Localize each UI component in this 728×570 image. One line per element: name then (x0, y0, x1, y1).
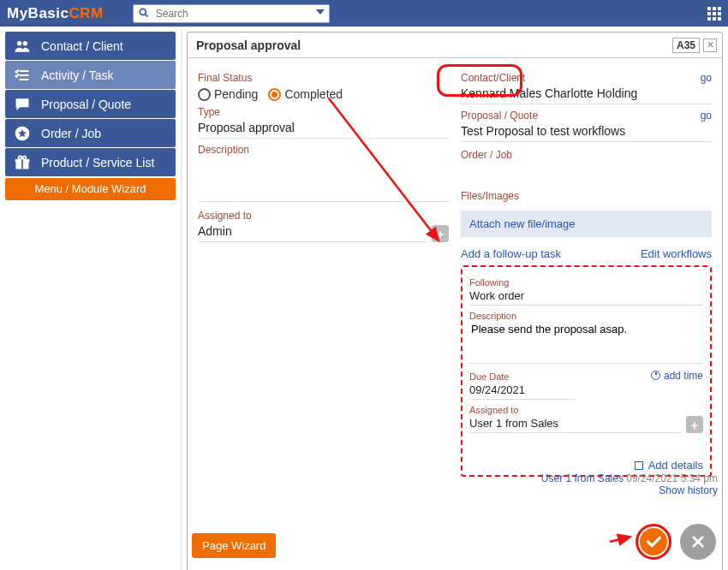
card-code: A35 (672, 38, 700, 53)
sidebar: Contact / Client Activity / Task Proposa… (0, 27, 182, 570)
add-details-link[interactable]: Add details (469, 459, 703, 472)
add-time-link[interactable]: add time (651, 370, 703, 382)
sidebar-item-label: Order / Job (41, 127, 101, 140)
left-column: Final Status Pending Completed Type Prop… (198, 67, 449, 570)
following-label: Following (469, 277, 703, 288)
add-assignee-button[interactable]: + (432, 225, 449, 242)
add-time-text: add time (664, 370, 703, 382)
apps-grid-icon[interactable] (707, 7, 721, 21)
add-details-text: Add details (648, 459, 703, 472)
sidebar-item-proposal[interactable]: Proposal / Quote (5, 90, 176, 118)
people-icon (14, 38, 31, 55)
logo-text-a: MyBasic (7, 5, 69, 21)
followup-desc-textarea[interactable] (469, 321, 703, 364)
followup-assigned-value[interactable]: User 1 from Sales (469, 415, 681, 433)
star-circle-icon (14, 125, 31, 142)
sidebar-item-label: Activity / Task (41, 68, 114, 82)
assigned-label: Assigned to (198, 210, 449, 222)
action-buttons (636, 524, 716, 560)
following-value[interactable]: Work order (469, 288, 703, 306)
close-icon[interactable]: ✕ (703, 39, 717, 52)
svg-point-3 (23, 41, 27, 45)
check-icon (644, 532, 663, 551)
card-title: Proposal approval (196, 39, 301, 52)
add-followup-link[interactable]: Add a follow-up task (461, 247, 561, 260)
go-proposal-link[interactable]: go (701, 110, 712, 122)
description-textarea[interactable] (198, 156, 449, 202)
files-label: Files/Images (461, 190, 712, 202)
search-input[interactable] (133, 4, 330, 23)
attach-file-button[interactable]: Attach new file/image (461, 211, 712, 237)
svg-point-12 (23, 156, 27, 159)
svg-line-1 (145, 14, 147, 16)
radio-label: Completed (284, 87, 343, 101)
due-value[interactable]: 09/24/2021 (469, 382, 575, 400)
svg-point-2 (17, 41, 21, 45)
close-icon (690, 534, 706, 549)
search-wrapper (133, 4, 330, 23)
svg-point-11 (19, 156, 22, 159)
clock-icon (651, 371, 660, 380)
logo: MyBasicCRM (7, 5, 104, 22)
followup-assigned-label: Assigned to (469, 405, 703, 415)
card-code-wrap: A35 ✕ (672, 38, 717, 53)
type-value[interactable]: Proposal approval (198, 118, 449, 139)
proposal-label: Proposal / Quote (461, 110, 538, 122)
assigned-value[interactable]: Admin (198, 222, 427, 242)
main: Proposal approval A35 ✕ Final Status Pen… (182, 27, 728, 570)
topbar: MyBasicCRM (0, 0, 728, 27)
radio-label: Pending (214, 87, 258, 101)
task-card: Proposal approval A35 ✕ Final Status Pen… (187, 32, 723, 570)
type-label: Type (198, 106, 449, 118)
chat-icon (14, 96, 31, 113)
sidebar-item-activity[interactable]: Activity / Task (5, 61, 176, 89)
sidebar-item-contact[interactable]: Contact / Client (5, 32, 176, 60)
search-icon (138, 7, 150, 21)
confirm-button[interactable] (636, 524, 671, 560)
gift-icon (14, 154, 31, 171)
menu-wizard-button[interactable]: Menu / Module Wizard (5, 178, 176, 200)
sidebar-item-label: Proposal / Quote (41, 98, 131, 111)
followup-panel: Following Work order Description Due Dat… (461, 265, 712, 477)
status-radio-group: Pending Completed (198, 87, 449, 101)
contact-value[interactable]: Kennard Males Charlotte Holding (461, 84, 712, 104)
assigned-row: Admin + (198, 222, 449, 242)
cancel-button[interactable] (680, 524, 716, 560)
app-body: Contact / Client Activity / Task Proposa… (0, 27, 728, 570)
sidebar-item-order[interactable]: Order / Job (5, 119, 176, 147)
audit-when: 09/24/2021 5:34 pm (626, 472, 718, 484)
proposal-value[interactable]: Test Proposal to test workflows (461, 122, 712, 142)
audit-user: User 1 from Sales (541, 472, 624, 484)
description-label: Description (198, 144, 449, 156)
svg-point-0 (140, 9, 146, 15)
contact-label: Contact/Client (461, 72, 525, 84)
logo-text-b: CRM (69, 5, 103, 21)
radio-icon (268, 88, 281, 101)
search-dropdown-caret-icon[interactable] (316, 9, 325, 15)
go-contact-link[interactable]: go (701, 72, 712, 84)
followup-desc-label: Description (469, 311, 703, 321)
followup-assigned-row: User 1 from Sales + (469, 415, 703, 433)
radio-pending[interactable]: Pending (198, 87, 258, 101)
add-followup-assignee-button[interactable]: + (686, 416, 703, 433)
sidebar-item-label: Product / Service List (41, 156, 154, 169)
edit-workflows-link[interactable]: Edit workflows (641, 247, 712, 260)
radio-completed[interactable]: Completed (268, 87, 343, 101)
due-label: Due Date (469, 371, 509, 382)
radio-icon (198, 88, 211, 101)
list-check-icon (14, 67, 31, 84)
show-history-link[interactable]: Show history (659, 484, 718, 496)
checkbox-outline-icon (635, 461, 643, 470)
order-label: Order / Job (461, 149, 712, 161)
audit-info: User 1 from Sales 09/24/2021 5:34 pm Sho… (541, 472, 718, 496)
followup-links: Add a follow-up task Edit workflows (461, 247, 712, 260)
sidebar-item-product[interactable]: Product / Service List (5, 148, 176, 176)
sidebar-item-label: Contact / Client (41, 39, 123, 53)
final-status-label: Final Status (198, 72, 449, 84)
card-header: Proposal approval A35 ✕ (188, 33, 722, 58)
page-wizard-button[interactable]: Page Wizard (192, 533, 276, 558)
